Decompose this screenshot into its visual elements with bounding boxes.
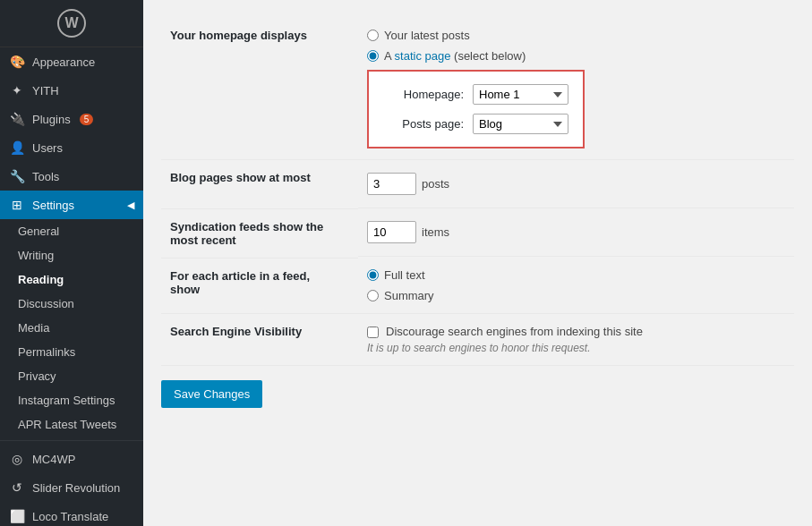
submenu-label: Discussion bbox=[18, 297, 74, 310]
sidebar-item-label: Users bbox=[32, 141, 63, 155]
submenu-item-discussion[interactable]: Discussion bbox=[0, 292, 143, 316]
submenu-item-writing[interactable]: Writing bbox=[0, 243, 143, 267]
homepage-select[interactable]: Home 1 Sample Page Blog bbox=[473, 84, 568, 105]
sidebar-item-label: Appearance bbox=[32, 55, 95, 69]
full-text-label: Full text bbox=[384, 268, 425, 282]
submenu-item-reading[interactable]: Reading bbox=[0, 267, 143, 292]
homepage-field-row: Homepage: Home 1 Sample Page Blog bbox=[383, 84, 568, 105]
submenu-item-permalinks[interactable]: Permalinks bbox=[0, 340, 143, 364]
full-text-option[interactable]: Full text bbox=[367, 268, 785, 282]
mc4wp-icon: ◎ bbox=[9, 452, 25, 466]
wp-logo: W bbox=[0, 0, 143, 47]
submenu-label: APR Latest Tweets bbox=[18, 418, 116, 431]
static-page-box: Homepage: Home 1 Sample Page Blog Posts … bbox=[367, 70, 585, 148]
settings-content: Your homepage displays Your latest posts bbox=[143, 0, 812, 426]
submenu-label: Privacy bbox=[18, 369, 56, 383]
sidebar-item-label: Settings bbox=[32, 199, 74, 212]
syndication-row: Syndication feeds show the most recent i… bbox=[161, 208, 794, 258]
search-engine-checkbox-label: Discourage search engines from indexing … bbox=[386, 325, 643, 338]
summary-label: Summary bbox=[384, 289, 434, 302]
appearance-icon: 🎨 bbox=[9, 55, 25, 69]
sidebar-item-label: Loco Translate bbox=[32, 510, 108, 523]
latest-posts-radio[interactable] bbox=[367, 30, 379, 41]
wp-logo-icon: W bbox=[57, 9, 86, 38]
sidebar-item-slider[interactable]: ↺ Slider Revolution bbox=[0, 473, 143, 502]
homepage-radio-group: Your latest posts A static page (select … bbox=[367, 29, 785, 63]
sidebar-item-yith[interactable]: ✦ YITH bbox=[0, 76, 143, 105]
sidebar-item-label: Plugins bbox=[32, 113, 71, 126]
submenu-label: General bbox=[18, 225, 59, 238]
submenu-label: Instagram Settings bbox=[18, 394, 115, 407]
blog-pages-row: Blog pages show at most posts bbox=[161, 160, 794, 209]
sidebar-item-label: Slider Revolution bbox=[32, 481, 120, 495]
latest-posts-option[interactable]: Your latest posts bbox=[367, 29, 785, 42]
latest-posts-label: Your latest posts bbox=[384, 29, 470, 42]
posts-page-field-label: Posts page: bbox=[383, 117, 464, 131]
posts-page-select[interactable]: Blog Home 1 Sample Page bbox=[473, 114, 568, 134]
sidebar-item-loco[interactable]: ⬜ Loco Translate bbox=[0, 502, 143, 526]
settings-icon: ⊞ bbox=[9, 198, 25, 212]
save-changes-button[interactable]: Save Changes bbox=[161, 380, 262, 408]
search-engine-checkbox-row: Discourage search engines from indexing … bbox=[367, 325, 785, 338]
sidebar-item-label: Tools bbox=[32, 170, 59, 183]
syndication-input[interactable] bbox=[367, 221, 416, 243]
search-engine-note: It is up to search engines to honor this… bbox=[367, 342, 785, 354]
submenu-item-media[interactable]: Media bbox=[0, 316, 143, 340]
sidebar-item-label: YITH bbox=[32, 84, 59, 98]
search-engine-label: Search Engine Visibility bbox=[170, 325, 302, 338]
sidebar-item-users[interactable]: 👤 Users bbox=[0, 133, 143, 162]
homepage-row: Your homepage displays Your latest posts bbox=[161, 18, 794, 160]
tools-icon: 🔧 bbox=[9, 169, 25, 183]
feed-article-label: For each article in a feed, show bbox=[170, 269, 310, 296]
blog-pages-label: Blog pages show at most bbox=[170, 171, 311, 184]
search-engine-row: Search Engine Visibility Discourage sear… bbox=[161, 314, 794, 366]
posts-page-field-row: Posts page: Blog Home 1 Sample Page bbox=[383, 114, 568, 134]
sidebar-item-plugins[interactable]: 🔌 Plugins 5 bbox=[0, 105, 143, 133]
static-page-option[interactable]: A static page (select below) bbox=[367, 49, 785, 63]
static-page-link[interactable]: static page bbox=[395, 49, 451, 63]
settings-arrow: ◀ bbox=[127, 199, 134, 211]
sidebar-item-settings[interactable]: ⊞ Settings ◀ bbox=[0, 191, 143, 219]
sidebar: W 🎨 Appearance ✦ YITH 🔌 Plugins 5 👤 User… bbox=[0, 0, 143, 526]
full-text-radio[interactable] bbox=[367, 269, 379, 281]
summary-option[interactable]: Summary bbox=[367, 289, 785, 302]
submenu-item-apr[interactable]: APR Latest Tweets bbox=[0, 412, 143, 437]
settings-table: Your homepage displays Your latest posts bbox=[161, 18, 794, 366]
feed-radio-group: Full text Summary bbox=[367, 268, 785, 302]
summary-radio[interactable] bbox=[367, 290, 379, 301]
users-icon: 👤 bbox=[9, 140, 25, 155]
syndication-suffix: items bbox=[422, 225, 449, 239]
syndication-label-line1: Syndication feeds show the bbox=[170, 220, 323, 233]
main-content: Your homepage displays Your latest posts bbox=[143, 0, 812, 526]
submenu-item-privacy[interactable]: Privacy bbox=[0, 364, 143, 388]
submenu-label: Permalinks bbox=[18, 345, 75, 359]
static-page-label: A static page (select below) bbox=[384, 49, 526, 63]
homepage-field-label: Homepage: bbox=[383, 88, 464, 101]
loco-icon: ⬜ bbox=[9, 509, 25, 523]
feed-article-row: For each article in a feed, show Full te… bbox=[161, 258, 794, 314]
blog-pages-input[interactable] bbox=[367, 173, 416, 195]
slider-icon: ↺ bbox=[9, 480, 25, 495]
sidebar-item-tools[interactable]: 🔧 Tools bbox=[0, 162, 143, 191]
submenu-label: Writing bbox=[18, 249, 54, 262]
static-page-radio[interactable] bbox=[367, 50, 379, 62]
plugins-badge: 5 bbox=[80, 114, 94, 125]
submenu-label: Reading bbox=[18, 273, 64, 286]
search-engine-checkbox[interactable] bbox=[367, 327, 379, 338]
homepage-label: Your homepage displays bbox=[170, 29, 307, 42]
submenu-item-instagram[interactable]: Instagram Settings bbox=[0, 388, 143, 412]
syndication-label-line2: most recent bbox=[170, 233, 236, 247]
blog-pages-suffix: posts bbox=[422, 177, 449, 191]
yith-icon: ✦ bbox=[9, 83, 25, 98]
submenu-item-general[interactable]: General bbox=[0, 219, 143, 243]
plugins-icon: 🔌 bbox=[9, 112, 25, 126]
sidebar-item-label: MC4WP bbox=[32, 453, 75, 466]
sidebar-item-mc4wp[interactable]: ◎ MC4WP bbox=[0, 445, 143, 473]
sidebar-item-appearance[interactable]: 🎨 Appearance bbox=[0, 47, 143, 76]
submenu-label: Media bbox=[18, 321, 49, 335]
